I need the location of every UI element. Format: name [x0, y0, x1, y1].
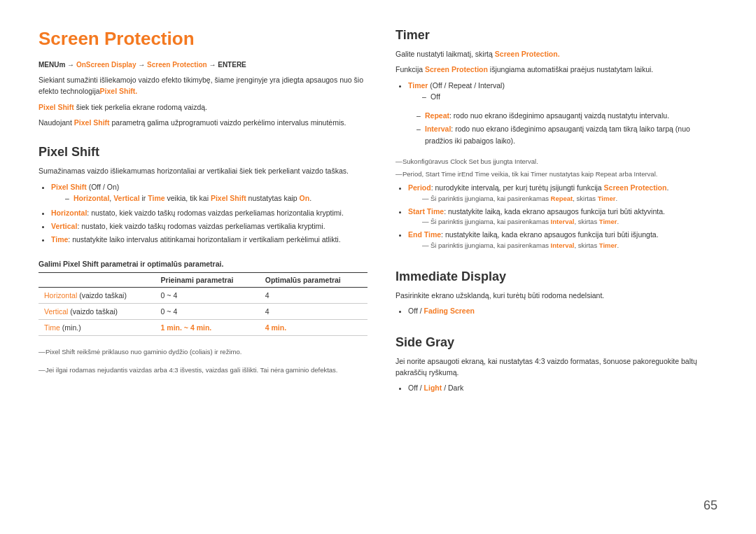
- timer-title: Timer: [396, 28, 718, 43]
- immediate-intro: Pasirinkite ekrano užsklandą, kuri turėt…: [396, 290, 718, 301]
- table-subtitle: Galimi Pixel Shift parametrai ir optimal…: [38, 260, 368, 268]
- sub-on: On: [300, 194, 310, 202]
- bullet-ps-orange: Pixel Shift: [51, 183, 87, 191]
- table-row: Time (min.) 1 min. ~ 4 min. 4 min.: [38, 319, 368, 335]
- sub-t: Time: [148, 194, 164, 202]
- repeat-orange: Repeat: [425, 111, 449, 120]
- td-time-label: Time (min.): [38, 319, 155, 335]
- et-sub-interval: Interval: [551, 241, 575, 249]
- td-h-rest: (vaizdo taškai): [77, 291, 127, 300]
- b-v-orange: Vertical: [51, 222, 77, 230]
- period-sub: Ši parinktis įjungiama, kai pasirenkamas…: [408, 194, 718, 204]
- timer-intro1: Galite nustatyti laikmatį, skirtą Screen…: [396, 48, 718, 59]
- st-orange: Start Time: [408, 207, 444, 216]
- timer-interval-dash: Interval: rodo nuo ekrano išdeginimo aps…: [416, 123, 718, 147]
- timer-notes: Sukonfigūravus Clock Set bus įjungta Int…: [396, 157, 718, 180]
- page-number: 65: [704, 498, 718, 513]
- sub-h: Horizontal: [74, 194, 109, 202]
- note2-timer: Timer: [531, 170, 547, 178]
- p-sub-repeat: Repeat: [551, 195, 573, 202]
- st-sub-interval: Interval: [551, 218, 575, 225]
- td-h-orange: Horizontal: [44, 291, 77, 300]
- td-v-orange: Vertical: [44, 307, 68, 316]
- td-t-rest: (min.): [60, 323, 81, 332]
- sub-ps2: Pixel Shift: [211, 194, 246, 202]
- note2-interval: Interval: [634, 170, 656, 178]
- bullet-period: Period: nurodykite intervalą, per kurį t…: [408, 182, 718, 204]
- timer-sub-list: Off: [408, 91, 718, 103]
- note2-period: Period: [402, 170, 421, 178]
- immediate-bullet: Off / Fading Screen: [408, 305, 718, 317]
- menu-path: MENUm → OnScreen Display → Screen Protec…: [38, 61, 368, 69]
- page-container: Screen Protection MENUm → OnScreen Displ…: [0, 0, 756, 534]
- period-sub-item: Ši parinktis įjungiama, kai pasirenkamas…: [422, 194, 718, 204]
- intro1-orange: Pixel Shift.: [100, 87, 138, 95]
- bullet-horizontal: Horizontal: nustato, kiek vaizdo taškų r…: [51, 207, 368, 219]
- menu-prefix: MENUm →: [38, 61, 74, 69]
- menu-arrow2: → ENTERE: [209, 61, 246, 69]
- note1-cs: Clock Set: [450, 157, 479, 165]
- fading-screen-orange: Fading Screen: [424, 307, 475, 315]
- b-t-orange: Time: [51, 235, 68, 244]
- bullet-end-time: End Time: nustatykite laiką, kada ekrano…: [408, 229, 718, 251]
- period-sp: Screen Protection: [604, 183, 667, 192]
- period-end: .: [666, 183, 668, 192]
- footnote-1: Pixel Shift reikšmė priklauso nuo gamini…: [38, 347, 368, 357]
- sub-t-rest: veikia, tik kai: [165, 194, 211, 202]
- note2-repeat: Repeat: [596, 170, 617, 178]
- b-h-rest: : nustato, kiek vaizdo taškų rodomas vai…: [87, 209, 344, 217]
- b-v-rest: : nustato, kiek vaizdo taškų rodomas vai…: [77, 222, 325, 230]
- td-horizontal-opt: 4: [260, 287, 368, 303]
- intro1-text: Siekiant sumažinti išliekamojo vaizdo ef…: [38, 76, 363, 95]
- bullet-pixel-shift: Pixel Shift (Off / On) Horizontal, Verti…: [51, 181, 368, 205]
- timer-note1: Sukonfigūravus Clock Set bus įjungta Int…: [396, 157, 718, 167]
- light-orange: Light: [424, 384, 442, 392]
- intro-text-1: Siekiant sumažinti išliekamojo vaizdo ef…: [38, 74, 368, 97]
- bullet-time: Time: nustatykite laiko intervalus atiti…: [51, 234, 368, 246]
- et-orange: End Time: [408, 230, 441, 239]
- th-optimalus: Optimalūs parametrai: [260, 272, 368, 287]
- interval-orange: Interval: [425, 125, 451, 133]
- timer-orange: Timer: [408, 81, 428, 90]
- td-vertical-opt: 4: [260, 303, 368, 319]
- st-sub: Ši parinktis įjungiama, kai pasirenkamas…: [408, 217, 718, 227]
- timer-bullet-list: Timer (Off / Repeat / Interval) Off: [396, 80, 718, 106]
- st-sub-timer: Timer: [599, 218, 617, 225]
- menu-item2: Screen Protection: [147, 61, 207, 69]
- td-t-orange: Time: [44, 323, 60, 332]
- intro-text-3: Naudojant Pixel Shift parametrą galima u…: [38, 117, 368, 128]
- intro2-rest: šiek tiek perkelia ekrane rodomą vaizdą.: [74, 103, 207, 111]
- intro-text-2: Pixel Shift šiek tiek perkelia ekrane ro…: [38, 101, 368, 113]
- side-gray-bullets: Off / Light / Dark: [396, 382, 718, 395]
- th-label: [38, 272, 155, 287]
- sub-ps2-rest: nustatytas kaip: [246, 194, 300, 202]
- timer-intro2-orange: Screen Protection: [425, 65, 488, 73]
- intro3-pre: Naudojant: [38, 118, 74, 127]
- pixel-shift-intro: Sumažinamas vaizdo išliekamumas horizont…: [38, 165, 368, 176]
- intro3-orange: Pixel Shift: [74, 118, 110, 127]
- et-rest: : nustatykite laiką, kada ekrano apsaugo…: [441, 230, 659, 239]
- timer-rest: (Off / Repeat / Interval): [428, 81, 505, 90]
- sub-v-rest: ir: [140, 194, 148, 202]
- side-gray-intro: Jei norite apsaugoti ekraną, kai nustaty…: [396, 356, 718, 379]
- table-row: Horizontal (vaizdo taškai) 0 ~ 4 4: [38, 287, 368, 303]
- timer-intro1-orange: Screen Protection.: [495, 50, 560, 58]
- pixel-shift-title: Pixel Shift: [38, 145, 368, 160]
- main-title: Screen Protection: [38, 28, 368, 50]
- pixel-shift-bullets: Pixel Shift (Off / On) Horizontal, Verti…: [38, 181, 368, 247]
- note2-et: End Time: [461, 170, 489, 178]
- et-sub: Ši parinktis įjungiama, kai pasirenkamas…: [408, 241, 718, 251]
- ps-sub-item: Horizontal, Vertical ir Time veikia, tik…: [65, 192, 368, 204]
- left-column: Screen Protection MENUm → OnScreen Displ…: [38, 28, 368, 506]
- footnotes: Pixel Shift reikšmė priklauso nuo gamini…: [38, 342, 368, 376]
- right-column: Timer Galite nustatyti laikmatį, skirtą …: [396, 28, 718, 506]
- st-sub-item: Ši parinktis įjungiama, kai pasirenkamas…: [422, 217, 718, 227]
- footnote-2: Jei ilgai rodamas nejudantis vaizdas arb…: [38, 365, 368, 375]
- immediate-title: Immediate Display: [396, 269, 718, 284]
- interval-rest: : rodo nuo ekrano išdeginimo apsaugantį …: [425, 125, 690, 145]
- ps-sub-list: Horizontal, Vertical ir Time veikia, tik…: [51, 192, 368, 204]
- td-time-opt: 4 min.: [260, 319, 368, 335]
- timer-dash-list: Repeat: rodo nuo ekrano išdeginimo apsau…: [396, 110, 718, 148]
- period-orange: Period: [408, 183, 431, 192]
- note2-st: Start Time: [426, 170, 456, 178]
